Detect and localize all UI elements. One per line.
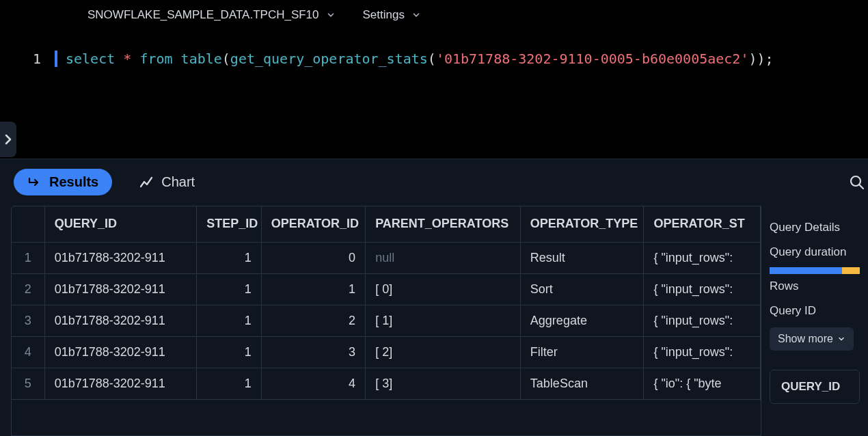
- query-duration-label: Query duration: [770, 240, 860, 264]
- panel-expand-handle[interactable]: [0, 122, 16, 157]
- cell-operator-type: Result: [520, 242, 644, 273]
- code-line: select * from table ( get_query_operator…: [55, 51, 774, 67]
- cell-operator-id: 4: [261, 368, 365, 399]
- cell-parent-operators: null: [366, 242, 521, 273]
- cell-operator-id: 2: [261, 305, 365, 336]
- rownum-header: [12, 206, 44, 242]
- settings-label: Settings: [363, 8, 405, 22]
- editor-cursor: [55, 51, 57, 67]
- cell-parent-operators: [ 1]: [366, 305, 521, 336]
- cell-parent-operators: [ 3]: [366, 368, 521, 399]
- rownum-cell: 4: [12, 336, 44, 368]
- token-from: from: [139, 51, 172, 67]
- cell-step-id: 1: [197, 336, 261, 368]
- settings-menu[interactable]: Settings: [363, 8, 421, 22]
- chart-line-icon: [139, 176, 154, 189]
- cell-operator-stats: { "input_rows":: [644, 305, 761, 336]
- table-row[interactable]: 201b71788-3202-91111[ 0]Sort{ "input_row…: [12, 273, 761, 305]
- query-details-panel: Query Details Query duration Rows Query …: [761, 206, 868, 436]
- table-row[interactable]: 301b71788-3202-91112[ 1]Aggregate{ "inpu…: [12, 305, 761, 336]
- table-row[interactable]: 401b71788-3202-91113[ 2]Filter{ "input_r…: [12, 336, 761, 368]
- col-operator-stats[interactable]: OPERATOR_ST: [644, 206, 761, 242]
- rows-label: Rows: [770, 274, 860, 299]
- rownum-cell: 3: [12, 305, 44, 336]
- results-grid[interactable]: QUERY_ID STEP_ID OPERATOR_ID PARENT_OPER…: [11, 206, 761, 436]
- chevron-right-icon: [4, 133, 12, 146]
- token-table: table: [173, 51, 222, 67]
- cell-operator-stats: { "io": { "byte: [644, 368, 761, 399]
- col-parent-operators[interactable]: PARENT_OPERATORS: [366, 206, 521, 242]
- token-paren: (: [428, 51, 436, 67]
- chevron-down-icon: [326, 10, 336, 20]
- cell-operator-type: Aggregate: [520, 305, 644, 336]
- cell-query-id: 01b71788-3202-911: [44, 242, 197, 273]
- cell-operator-type: Filter: [520, 336, 644, 368]
- query-duration-bar: [770, 267, 860, 274]
- token-fn: get_query_operator_stats: [230, 51, 428, 67]
- tab-chart-label: Chart: [161, 174, 195, 190]
- query-id-label: Query ID: [770, 299, 860, 323]
- cell-operator-id: 3: [261, 336, 365, 368]
- chevron-down-icon: [837, 335, 845, 343]
- results-panel: Results Chart QUERY_ID STEP_ID: [0, 159, 868, 436]
- cell-parent-operators: [ 0]: [366, 273, 521, 305]
- rownum-cell: 2: [12, 273, 44, 305]
- arrow-return-icon: [27, 176, 42, 189]
- duration-segment-secondary: [842, 267, 860, 274]
- cell-parent-operators: [ 2]: [366, 336, 521, 368]
- cell-operator-id: 1: [261, 273, 365, 305]
- token-paren: (: [222, 51, 230, 67]
- token-star: *: [115, 51, 139, 67]
- cell-operator-type: Sort: [520, 273, 644, 305]
- cell-operator-id: 0: [261, 242, 365, 273]
- cell-query-id: 01b71788-3202-911: [44, 273, 197, 305]
- cell-query-id: 01b71788-3202-911: [44, 336, 197, 368]
- cell-operator-stats: { "input_rows":: [644, 273, 761, 305]
- detail-query-id-col: QUERY_ID: [781, 380, 840, 393]
- rownum-cell: 5: [12, 368, 44, 399]
- search-icon: [849, 174, 865, 191]
- details-title: Query Details: [770, 215, 860, 240]
- chevron-down-icon: [411, 10, 421, 20]
- cell-query-id: 01b71788-3202-911: [44, 368, 197, 399]
- cell-operator-stats: { "input_rows":: [644, 336, 761, 368]
- gutter-line-number: 1: [0, 51, 55, 67]
- database-selector[interactable]: SNOWFLAKE_SAMPLE_DATA.TPCH_SF10: [87, 8, 336, 22]
- cell-step-id: 1: [197, 273, 261, 305]
- col-operator-id[interactable]: OPERATOR_ID: [261, 206, 365, 242]
- cell-operator-stats: { "input_rows":: [644, 242, 761, 273]
- cell-query-id: 01b71788-3202-911: [44, 305, 197, 336]
- table-row[interactable]: 101b71788-3202-91110nullResult{ "input_r…: [12, 242, 761, 273]
- duration-segment-primary: [770, 267, 842, 274]
- token-select: select: [66, 51, 115, 67]
- col-step-id[interactable]: STEP_ID: [197, 206, 261, 242]
- tab-chart[interactable]: Chart: [126, 169, 208, 195]
- cell-step-id: 1: [197, 368, 261, 399]
- sql-editor[interactable]: 1 select * from table ( get_query_operat…: [0, 30, 868, 126]
- token-string: '01b71788-3202-9110-0005-b60e0005aec2': [436, 51, 749, 67]
- token-paren: ));: [748, 51, 773, 67]
- search-button[interactable]: [849, 174, 865, 191]
- show-more-button[interactable]: Show more: [770, 327, 854, 351]
- rownum-cell: 1: [12, 242, 44, 273]
- tab-results[interactable]: Results: [14, 169, 112, 195]
- tab-results-label: Results: [49, 174, 98, 190]
- table-row[interactable]: 501b71788-3202-91114[ 3]TableScan{ "io":…: [12, 368, 761, 399]
- database-name: SNOWFLAKE_SAMPLE_DATA.TPCH_SF10: [87, 8, 319, 22]
- col-operator-type[interactable]: OPERATOR_TYPE: [520, 206, 644, 242]
- col-query-id[interactable]: QUERY_ID: [44, 206, 197, 242]
- header-row: QUERY_ID STEP_ID OPERATOR_ID PARENT_OPER…: [12, 206, 761, 242]
- cell-step-id: 1: [197, 242, 261, 273]
- cell-operator-type: TableScan: [520, 368, 644, 399]
- show-more-label: Show more: [778, 333, 833, 345]
- detail-query-id-card[interactable]: QUERY_ID: [770, 370, 860, 404]
- cell-step-id: 1: [197, 305, 261, 336]
